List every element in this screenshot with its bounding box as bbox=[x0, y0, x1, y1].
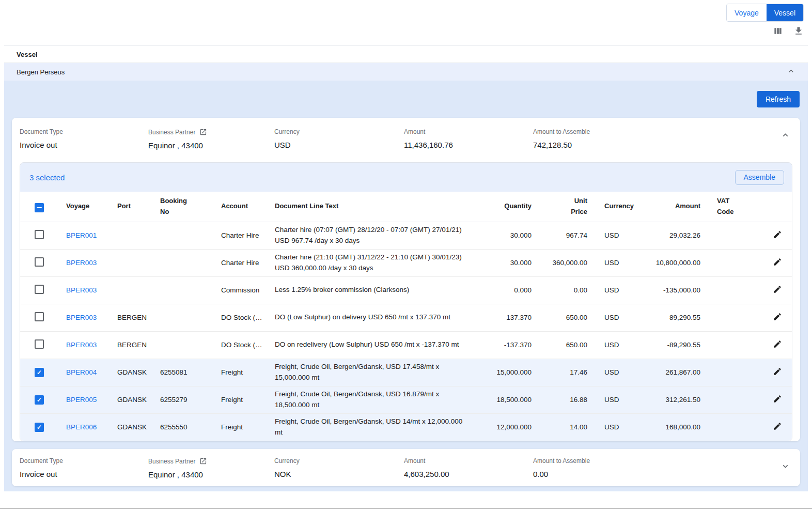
amount-cell: 10,800,000.00 bbox=[634, 249, 700, 276]
voyage-toggle-button[interactable]: Voyage bbox=[727, 4, 767, 21]
row-checkbox[interactable] bbox=[35, 312, 44, 321]
currency-label: Currency bbox=[274, 457, 404, 464]
unit-price-cell: 14.00 bbox=[532, 413, 587, 441]
port-cell bbox=[109, 276, 152, 304]
vat-code-cell bbox=[700, 249, 752, 276]
vessel-panel: Vessel Bergen Perseus Refresh Document T… bbox=[4, 45, 808, 491]
row-checkbox[interactable] bbox=[35, 257, 44, 267]
vessel-group-row[interactable]: Bergen Perseus bbox=[4, 63, 808, 81]
vessel-toggle-button[interactable]: Vessel bbox=[767, 4, 803, 21]
port-cell bbox=[109, 222, 152, 249]
refresh-button[interactable]: Refresh bbox=[757, 91, 800, 107]
port-cell: BERGEN bbox=[109, 304, 152, 331]
unit-price-cell: 17.46 bbox=[532, 359, 587, 386]
currency-cell: USD bbox=[587, 413, 634, 441]
booking-no-cell: 6255081 bbox=[152, 359, 213, 386]
select-all-checkbox[interactable] bbox=[35, 203, 44, 212]
columns-icon[interactable] bbox=[773, 26, 783, 36]
amount-to-assemble-label: Amount to Assemble bbox=[533, 457, 792, 464]
col-port: Port bbox=[109, 192, 152, 222]
panel-title-label: Vessel bbox=[17, 51, 38, 58]
line-items-table: Voyage Port Booking No Account Document … bbox=[20, 192, 792, 441]
port-cell: GDANSK bbox=[109, 413, 152, 441]
amount-label: Amount bbox=[404, 457, 533, 464]
edit-row-icon[interactable] bbox=[772, 311, 783, 324]
edit-row-icon[interactable] bbox=[772, 338, 783, 351]
col-voyage: Voyage bbox=[58, 192, 109, 222]
row-checkbox[interactable] bbox=[35, 285, 44, 294]
bottom-divider bbox=[0, 508, 812, 509]
account-cell: DO Stock (L… bbox=[213, 331, 267, 359]
edit-row-icon[interactable] bbox=[772, 366, 783, 379]
vat-code-cell bbox=[700, 413, 752, 441]
account-cell: Freight bbox=[213, 386, 267, 413]
amount-cell: 29,032.26 bbox=[634, 222, 700, 249]
quantity-cell: -137.370 bbox=[477, 331, 532, 359]
row-checkbox[interactable] bbox=[35, 339, 44, 349]
collapse-group-icon[interactable] bbox=[787, 67, 795, 77]
row-checkbox[interactable] bbox=[35, 395, 44, 405]
account-cell: Freight bbox=[213, 359, 267, 386]
voyage-link[interactable]: BPER001 bbox=[66, 231, 97, 239]
vat-code-cell bbox=[700, 331, 752, 359]
amount-value: 4,603,250.00 bbox=[404, 470, 533, 478]
line-text-cell: DO (Low Sulphur) on delivery USD 650 /mt… bbox=[267, 304, 477, 331]
col-quantity: Quantity bbox=[477, 192, 532, 222]
vat-code-cell bbox=[700, 304, 752, 331]
invoice-card-usd: Document Type Invoice out Business Partn… bbox=[12, 118, 800, 441]
amount-label: Amount bbox=[404, 128, 533, 135]
voyage-link[interactable]: BPER003 bbox=[66, 259, 97, 267]
col-account: Account bbox=[213, 192, 267, 222]
amount-to-assemble-value: 742,128.50 bbox=[533, 141, 792, 149]
open-in-new-icon[interactable] bbox=[199, 128, 207, 136]
edit-row-icon[interactable] bbox=[772, 421, 783, 433]
row-checkbox[interactable] bbox=[35, 230, 44, 239]
line-items-body: BPER001 Charter Hire Charter hire (07:07… bbox=[20, 222, 792, 441]
expand-card-icon[interactable] bbox=[780, 461, 790, 473]
download-icon[interactable] bbox=[793, 26, 804, 36]
account-cell: DO Stock (L… bbox=[213, 304, 267, 331]
quantity-cell: 30.000 bbox=[477, 222, 532, 249]
voyage-link[interactable]: BPER003 bbox=[66, 314, 97, 321]
booking-no-cell: 6255279 bbox=[152, 386, 213, 413]
row-checkbox[interactable] bbox=[35, 423, 44, 432]
unit-price-cell: 16.88 bbox=[532, 386, 587, 413]
voyage-link[interactable]: BPER003 bbox=[66, 286, 97, 294]
open-in-new-icon[interactable] bbox=[199, 457, 207, 465]
table-actions bbox=[773, 26, 804, 36]
quantity-cell: 18,500.000 bbox=[477, 386, 532, 413]
currency-value: USD bbox=[274, 141, 404, 149]
row-checkbox[interactable] bbox=[35, 368, 44, 377]
voyage-link[interactable]: BPER006 bbox=[66, 423, 97, 431]
currency-cell: USD bbox=[587, 331, 634, 359]
port-cell: BERGEN bbox=[109, 331, 152, 359]
account-cell: Commission bbox=[213, 276, 267, 304]
table-row: BPER003 BERGEN DO Stock (L… DO on redeli… bbox=[20, 331, 792, 359]
currency-cell: USD bbox=[587, 304, 634, 331]
collapse-card-icon[interactable] bbox=[780, 130, 790, 142]
amount-value: 11,436,160.76 bbox=[404, 141, 533, 149]
voyage-link[interactable]: BPER004 bbox=[66, 368, 97, 376]
assemble-button[interactable]: Assemble bbox=[735, 170, 784, 185]
edit-row-icon[interactable] bbox=[772, 229, 783, 242]
account-cell: Charter Hire bbox=[213, 249, 267, 276]
vat-code-cell bbox=[700, 359, 752, 386]
booking-no-cell bbox=[152, 331, 213, 359]
vat-code-cell bbox=[700, 222, 752, 249]
business-partner-value: Equinor , 43400 bbox=[148, 141, 274, 150]
table-row: BPER006 GDANSK 6255550 Freight Freight, … bbox=[20, 413, 792, 441]
edit-row-icon[interactable] bbox=[772, 393, 783, 406]
business-partner-label: Business Partner bbox=[148, 129, 195, 136]
line-text-cell: Less 1.25% broker commission (Clarksons) bbox=[267, 276, 477, 304]
amount-cell: 261,867.00 bbox=[634, 359, 700, 386]
col-document-line-text: Document Line Text bbox=[267, 192, 477, 222]
view-toggle: Voyage Vessel bbox=[726, 4, 804, 22]
voyage-link[interactable]: BPER003 bbox=[66, 341, 97, 349]
booking-no-cell: 6255550 bbox=[152, 413, 213, 441]
amount-cell: 168,000.00 bbox=[634, 413, 700, 441]
edit-row-icon[interactable] bbox=[772, 284, 783, 297]
edit-row-icon[interactable] bbox=[772, 256, 783, 269]
quantity-cell: 12,000.000 bbox=[477, 413, 532, 441]
business-partner-label: Business Partner bbox=[148, 458, 195, 465]
voyage-link[interactable]: BPER005 bbox=[66, 396, 97, 404]
